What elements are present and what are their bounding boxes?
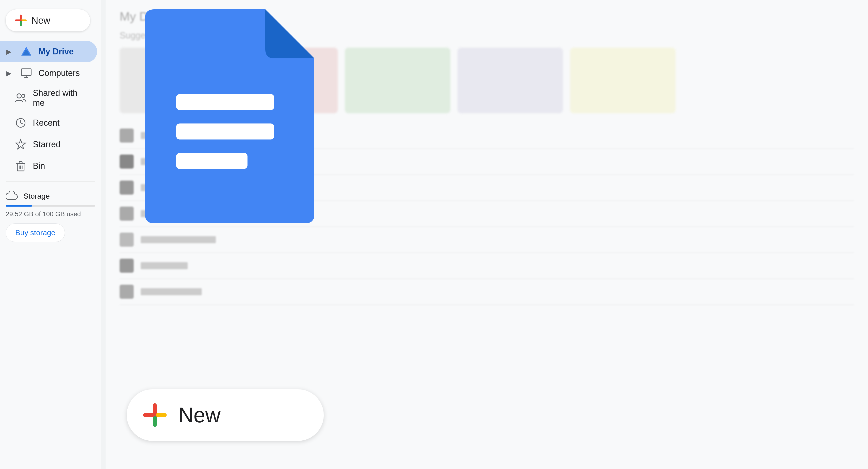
sidebar-label-starred: Starred (33, 139, 61, 149)
chevron-icon: ▶ (6, 70, 12, 76)
google-plus-icon (15, 14, 27, 26)
svg-rect-21 (176, 123, 274, 139)
drive-icon (20, 45, 33, 58)
storage-section: Storage 29.52 GB of 100 GB used Buy stor… (0, 186, 101, 247)
new-large-label: New (178, 403, 220, 427)
bin-icon (14, 159, 27, 173)
sidebar-item-recent[interactable]: Recent (0, 112, 97, 134)
storage-bar-fill (6, 205, 32, 207)
svg-rect-33 (156, 414, 166, 416)
storage-label: Storage (6, 191, 95, 201)
shared-icon (14, 91, 27, 104)
new-button-label: New (31, 15, 50, 26)
google-plus-large-icon (141, 401, 169, 429)
sidebar-item-bin[interactable]: Bin (0, 155, 97, 177)
bg-card (345, 48, 451, 113)
svg-rect-22 (176, 153, 248, 169)
star-icon (14, 138, 27, 151)
buy-storage-button[interactable]: Buy storage (6, 223, 65, 242)
storage-bar-background (6, 205, 95, 207)
sidebar-item-shared[interactable]: Shared with me (0, 84, 97, 112)
svg-rect-16 (19, 162, 22, 163)
sidebar-label-shared: Shared with me (33, 88, 92, 108)
sidebar-item-computers[interactable]: ▶ Computers (0, 62, 97, 84)
new-button-large[interactable]: New (127, 389, 324, 441)
sidebar: New ▶ My Drive ▶ Computers (0, 0, 101, 469)
svg-point-11 (22, 94, 25, 98)
clock-icon (14, 116, 27, 129)
sidebar-label-bin: Bin (33, 161, 45, 171)
docs-icon-large (136, 9, 314, 225)
cloud-icon (6, 191, 19, 201)
svg-rect-20 (176, 94, 274, 110)
svg-rect-30 (153, 403, 156, 414)
svg-marker-13 (16, 139, 26, 149)
sidebar-item-starred[interactable]: Starred (0, 134, 97, 155)
svg-rect-7 (21, 69, 31, 75)
svg-rect-31 (143, 414, 154, 416)
svg-rect-32 (153, 416, 156, 427)
sidebar-label-my-drive: My Drive (38, 47, 74, 57)
sidebar-label-recent: Recent (33, 118, 60, 128)
sidebar-label-computers: Computers (38, 68, 80, 78)
bg-card (570, 48, 676, 113)
svg-point-10 (17, 94, 21, 98)
bg-card (458, 48, 563, 113)
sidebar-item-my-drive[interactable]: ▶ My Drive (0, 41, 97, 62)
chevron-icon: ▶ (6, 48, 12, 55)
storage-text: 29.52 GB of 100 GB used (6, 210, 95, 218)
new-button[interactable]: New (6, 9, 90, 31)
computer-icon (20, 67, 33, 80)
